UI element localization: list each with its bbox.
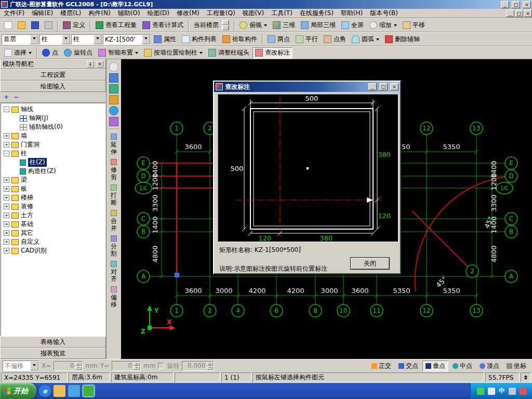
expand-icon[interactable]: + <box>4 212 9 218</box>
zoom-button[interactable]: 缩放 <box>367 20 400 31</box>
tray-document-icon[interactable] <box>488 388 495 395</box>
expand-icon[interactable]: + <box>4 195 9 201</box>
type-select[interactable]: 柱 <box>71 34 102 45</box>
delete-aux-axis-button[interactable]: 删除辅轴 <box>382 34 422 45</box>
tree-item-aux-axis[interactable]: 辅助轴线(0) <box>1 123 105 131</box>
align-button[interactable]: 对齐 <box>111 260 117 284</box>
tree-item-slab[interactable]: +板 <box>1 184 105 193</box>
expand-icon[interactable]: + <box>4 186 9 192</box>
tree-item-decoration[interactable]: +装修 <box>1 202 105 211</box>
close-panel-icon[interactable]: × <box>96 61 103 68</box>
minimize-button[interactable]: _ <box>501 1 509 8</box>
category-select[interactable]: 柱 <box>39 34 71 45</box>
point-angle-button[interactable]: 点角 <box>321 34 349 45</box>
menu-component[interactable]: 构件(N) <box>85 8 114 18</box>
expand-icon[interactable]: + <box>4 248 9 254</box>
offset-button[interactable]: 偏移 <box>111 285 117 309</box>
mdi-minimize-button[interactable]: _ <box>506 10 514 17</box>
component-list-button[interactable]: 构件列表 <box>179 34 219 45</box>
print-button[interactable] <box>42 20 55 31</box>
spin-down-icon[interactable] <box>134 366 140 370</box>
tree-item-column[interactable]: -柱 <box>1 149 105 158</box>
expand-icon[interactable]: + <box>4 230 9 236</box>
expand-icon[interactable]: + <box>4 221 9 227</box>
menu-view[interactable]: 视图(V) <box>239 8 268 18</box>
trim-button[interactable]: 修剪 <box>111 158 117 182</box>
select-button[interactable]: 选择 <box>2 47 34 59</box>
open-button[interactable] <box>15 20 28 31</box>
taskbar-ie-icon[interactable]: e <box>39 385 51 397</box>
attribute-button[interactable]: 属性 <box>151 34 179 45</box>
taskbar-folder-icon[interactable] <box>54 385 65 397</box>
pan-button[interactable]: 平移 <box>400 20 428 31</box>
tree-item-stairs[interactable]: +楼梯 <box>1 193 105 202</box>
define-button[interactable]: 定义 <box>60 20 88 31</box>
menu-version[interactable]: 版本号(B) <box>366 8 402 18</box>
local-3d-button[interactable]: 局部三维 <box>298 20 338 31</box>
spin-down-icon[interactable] <box>75 366 82 370</box>
tree-item-earthwork[interactable]: +土方 <box>1 211 105 220</box>
ime-indicator[interactable]: 中 <box>499 387 505 395</box>
combo-arrow-icon[interactable] <box>30 35 38 44</box>
mdi-close-button[interactable]: × <box>524 10 532 17</box>
expand-icon[interactable]: + <box>4 177 9 183</box>
collapse-icon[interactable]: - <box>4 107 9 112</box>
expand-icon[interactable]: + <box>4 133 9 139</box>
expand-icon[interactable]: + <box>4 239 9 245</box>
rotate-point-button[interactable]: 旋转点 <box>61 47 95 59</box>
taskbar-gcl-active-icon[interactable] <box>83 385 95 397</box>
merge-button[interactable]: 合并 <box>111 209 117 233</box>
mdi-restore-button[interactable]: □ <box>515 10 523 17</box>
combo-arrow-icon[interactable] <box>30 361 38 370</box>
pan-icon[interactable] <box>109 95 118 104</box>
tree-item-other[interactable]: +其它 <box>1 229 105 237</box>
measure-icon[interactable] <box>109 84 118 94</box>
three-d-button[interactable]: 三维 <box>270 20 298 31</box>
tray-keyboard-icon[interactable] <box>509 388 516 395</box>
report-preview-button[interactable]: 报表预览 <box>0 348 106 359</box>
tree-item-beam[interactable]: +梁 <box>1 176 105 184</box>
spin-up-icon[interactable] <box>134 362 140 366</box>
tree-item-axis[interactable]: -轴线 <box>1 105 105 114</box>
tray-volume-icon[interactable] <box>520 388 527 395</box>
adjust-column-end-button[interactable]: 调整柱端头 <box>206 47 252 59</box>
point-button[interactable]: 点 <box>39 47 61 59</box>
spin-up-icon[interactable] <box>207 362 213 366</box>
component-select[interactable]: KZ-1[500' <box>103 34 151 45</box>
two-point-button[interactable]: 两点 <box>265 34 292 45</box>
fullscreen-button[interactable]: 全屏 <box>339 20 366 31</box>
selection-grip[interactable] <box>175 273 179 277</box>
smart-layout-button[interactable]: 智能布置 <box>96 47 141 59</box>
save-button[interactable] <box>29 20 42 31</box>
restore-button[interactable]: □ <box>512 1 520 8</box>
combo-arrow-icon[interactable] <box>142 35 150 44</box>
tree-item-foundation[interactable]: +基础 <box>1 220 105 229</box>
rotate-view-icon[interactable] <box>109 106 118 115</box>
ortho-button[interactable]: 正交 <box>368 361 394 371</box>
perpendicular-snap-button[interactable]: 垂点 <box>422 361 448 371</box>
y-offset-input[interactable]: 0 <box>112 361 141 371</box>
draw-input-button[interactable]: 绘图输入 <box>0 81 106 92</box>
tree-item-column-z[interactable]: 柱(Z) <box>1 158 105 167</box>
menu-edit[interactable]: 编辑(E) <box>28 8 57 18</box>
collapse-all-button[interactable]: − <box>12 94 20 101</box>
menu-draw[interactable]: 绘图(D) <box>143 8 173 18</box>
spin-up-icon[interactable] <box>75 362 82 366</box>
expand-icon[interactable]: + <box>4 142 9 148</box>
coordinate-snap-button[interactable]: 坐标 <box>503 361 529 371</box>
tray-network-icon[interactable] <box>477 388 484 395</box>
modify-annotation-button[interactable]: 查改标注 <box>252 47 292 59</box>
expand-all-button[interactable]: + <box>2 94 10 101</box>
menu-help[interactable]: 帮助(H) <box>337 8 366 18</box>
menu-tools[interactable]: 工具(T) <box>268 8 296 18</box>
draw-by-wall-button[interactable]: 按墙位置绘制柱 <box>141 47 205 59</box>
top-view-button[interactable]: 俯视 <box>237 20 270 31</box>
floor-select[interactable]: 首层 <box>2 34 39 45</box>
extend-button[interactable]: 延伸 <box>111 132 117 156</box>
tree-item-axis-grid[interactable]: 轴网(J) <box>1 114 105 123</box>
menu-quantity[interactable]: 工程量(Q) <box>203 8 239 18</box>
collapse-icon[interactable]: - <box>4 151 9 156</box>
expand-icon[interactable]: + <box>4 204 9 209</box>
menu-auxiliary[interactable]: 辅助(O) <box>114 8 144 18</box>
pick-component-button[interactable]: 拾取构件 <box>220 34 260 45</box>
